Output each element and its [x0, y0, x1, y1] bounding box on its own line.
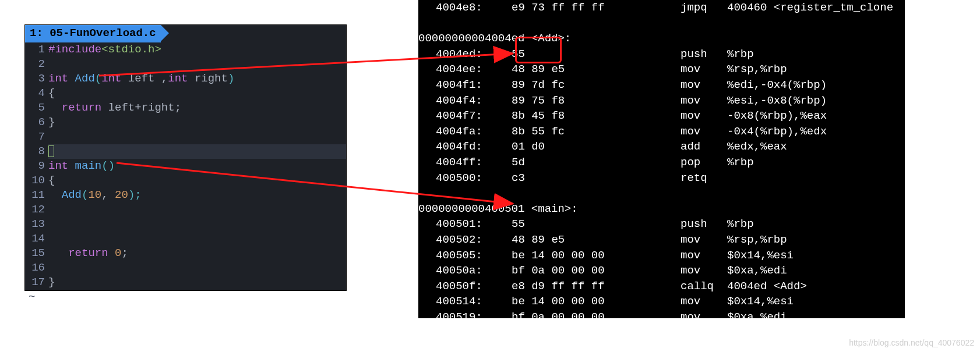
code-line: #include<stdio.h>	[48, 42, 346, 57]
editor-eof-tilde: ~	[25, 290, 346, 305]
terminal-line: 40050f:e8 d9 ff ff ffcallq4004ed <Add>	[418, 279, 905, 294]
line-number-gutter: 123 456 789 101112 131415 1617	[25, 42, 48, 290]
terminal-line: 4004ff:5dpop%rbp	[418, 155, 905, 170]
terminal-line: 4004f1:89 7d fcmov%edi,-0x4(%rbp)	[418, 77, 905, 93]
terminal-line: 4004fd:01 d0add%edx,%eax	[418, 139, 905, 155]
terminal-line: 4004ed:55push%rbp	[418, 47, 905, 62]
terminal-line: 400505:be 14 00 00 00mov$0x14,%esi	[418, 248, 905, 264]
code-line: return left+right;	[48, 101, 346, 115]
code-line: int main()	[48, 159, 346, 173]
editor-tab[interactable]: 1: 05-FunOverload.c	[25, 25, 161, 42]
terminal-line: 40050a:bf 0a 00 00 00mov$0xa,%edi	[418, 263, 905, 279]
code-line: }	[48, 275, 346, 290]
terminal-line: 4004e8:e9 73 ff ff ffjmpq400460 <registe…	[418, 0, 905, 16]
code-line	[48, 202, 346, 217]
code-line	[48, 232, 346, 246]
terminal-line: 0000000000400501 <main>:	[418, 201, 905, 217]
terminal-line: 400514:be 14 00 00 00mov$0x14,%esi	[418, 294, 905, 310]
cursor-icon	[48, 145, 54, 157]
code-content[interactable]: #include<stdio.h> int Add(int left ,int …	[48, 42, 346, 290]
terminal-line: 400501:55push%rbp	[418, 216, 905, 232]
code-line	[48, 130, 346, 144]
terminal-line: 4004fa:8b 55 fcmov-0x4(%rbp),%edx	[418, 124, 905, 140]
disassembly-terminal[interactable]: 4004e8:e9 73 ff ff ffjmpq400460 <registe…	[418, 0, 905, 318]
code-line	[48, 261, 346, 275]
code-line-current	[48, 144, 346, 159]
terminal-line: 00000000004004ed <Add>:	[418, 31, 905, 47]
code-line: {	[48, 86, 346, 101]
terminal-line	[418, 16, 905, 31]
terminal-line: 4004f7:8b 45 f8mov-0x8(%rbp),%eax	[418, 108, 905, 124]
watermark-text: https://blog.csdn.net/qq_40076022	[849, 338, 974, 347]
terminal-line: 4004ee:48 89 e5mov%rsp,%rbp	[418, 62, 905, 77]
code-line: }	[48, 115, 346, 130]
terminal-line: 400519:bf 0a 00 00 00mov$0xa,%edi	[418, 310, 905, 318]
code-editor-panel: 1: 05-FunOverload.c 123 456 789 101112 1…	[24, 24, 347, 291]
terminal-line: 400502:48 89 e5mov%rsp,%rbp	[418, 232, 905, 248]
terminal-line: 4004f4:89 75 f8mov%esi,-0x8(%rbp)	[418, 93, 905, 109]
code-line	[48, 57, 346, 72]
code-line: {	[48, 173, 346, 188]
terminal-line: 400500:c3retq	[418, 170, 905, 186]
code-line: Add(10, 20);	[48, 188, 346, 202]
code-line	[48, 217, 346, 232]
code-line: int Add(int left ,int right)	[48, 72, 346, 86]
code-line: return 0;	[48, 246, 346, 261]
terminal-line	[418, 186, 905, 201]
